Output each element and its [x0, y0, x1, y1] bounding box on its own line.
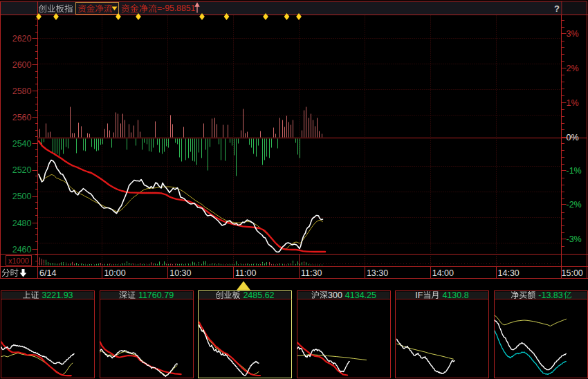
svg-text:11:30: 11:30 [301, 268, 322, 278]
svg-text:2460: 2460 [12, 245, 32, 255]
svg-text:x1000: x1000 [8, 257, 29, 265]
svg-text:4134.25: 4134.25 [345, 290, 376, 300]
svg-text:2580: 2580 [12, 86, 32, 96]
svg-text:2%: 2% [567, 64, 579, 73]
svg-text:14:30: 14:30 [498, 268, 520, 278]
svg-text:2600: 2600 [12, 60, 32, 70]
svg-text:3221.93: 3221.93 [42, 290, 73, 300]
svg-text:14:00: 14:00 [432, 268, 454, 278]
svg-text:=-95.8851: =-95.8851 [157, 3, 195, 13]
svg-text:0%: 0% [567, 133, 579, 142]
svg-text:-13.83: -13.83 [538, 290, 562, 300]
svg-text:3%: 3% [567, 29, 579, 39]
svg-text:IF: IF [415, 290, 423, 300]
svg-text:11:00: 11:00 [235, 268, 256, 278]
svg-text:-3%: -3% [567, 234, 582, 244]
svg-text:2500: 2500 [12, 192, 32, 201]
svg-text:-1%: -1% [567, 166, 582, 176]
svg-text:6/14: 6/14 [39, 268, 56, 278]
svg-text:11760.79: 11760.79 [138, 290, 174, 300]
svg-text:2520: 2520 [12, 165, 32, 175]
svg-text:?: ? [554, 3, 560, 14]
svg-text:2620: 2620 [12, 34, 32, 44]
svg-text:13:30: 13:30 [367, 268, 388, 278]
svg-text:10:00: 10:00 [104, 268, 125, 278]
svg-text:2485.62: 2485.62 [243, 290, 274, 300]
svg-text:15:00: 15:00 [562, 268, 583, 278]
svg-text:4130.8: 4130.8 [442, 290, 468, 300]
svg-text:10:30: 10:30 [169, 268, 191, 278]
svg-text:-2%: -2% [567, 200, 582, 210]
svg-text:300: 300 [328, 290, 342, 300]
svg-text:2480: 2480 [12, 219, 32, 228]
svg-text:1%: 1% [567, 98, 579, 108]
svg-text:2540: 2540 [12, 139, 32, 149]
svg-text:2560: 2560 [12, 113, 32, 122]
